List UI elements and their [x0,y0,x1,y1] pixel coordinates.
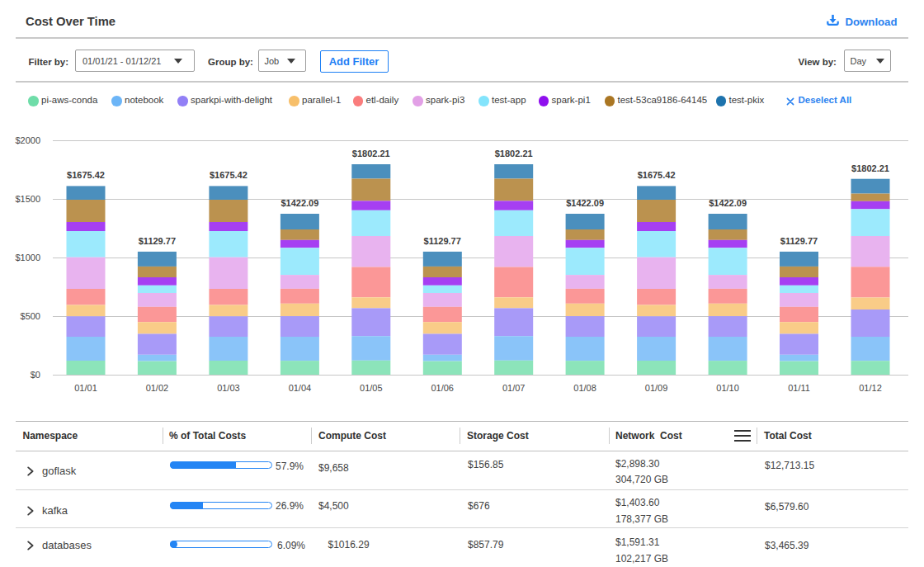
svg-text:$0: $0 [31,370,40,380]
svg-text:$1802.21: $1802.21 [352,149,390,158]
svg-text:01/12: 01/12 [859,383,882,393]
svg-text:$1422.09: $1422.09 [566,198,604,208]
svg-text:$1675.42: $1675.42 [210,170,248,180]
svg-text:01/03: 01/03 [217,383,240,393]
svg-text:01/02: 01/02 [146,383,169,393]
svg-text:$1802.21: $1802.21 [851,163,889,173]
svg-text:$1129.77: $1129.77 [780,236,818,246]
svg-text:$2000: $2000 [15,135,40,145]
svg-text:$1675.42: $1675.42 [638,170,676,180]
svg-text:01/01: 01/01 [74,383,97,393]
svg-text:01/10: 01/10 [716,383,739,393]
svg-text:$1500: $1500 [15,194,40,204]
svg-text:$1675.42: $1675.42 [67,170,105,180]
svg-text:01/06: 01/06 [431,383,454,393]
svg-text:01/08: 01/08 [573,383,596,393]
svg-text:01/05: 01/05 [360,383,383,393]
svg-text:$1422.09: $1422.09 [280,198,318,208]
svg-text:01/04: 01/04 [289,383,312,393]
svg-text:$1802.21: $1802.21 [495,149,533,158]
svg-text:$1422.09: $1422.09 [709,198,747,208]
svg-text:$1000: $1000 [15,253,40,262]
svg-text:01/09: 01/09 [645,383,668,393]
svg-text:$500: $500 [21,311,40,321]
svg-text:01/07: 01/07 [502,383,526,393]
svg-text:$1129.77: $1129.77 [424,236,461,246]
svg-text:$1129.77: $1129.77 [139,236,176,246]
svg-text:01/11: 01/11 [788,383,810,393]
